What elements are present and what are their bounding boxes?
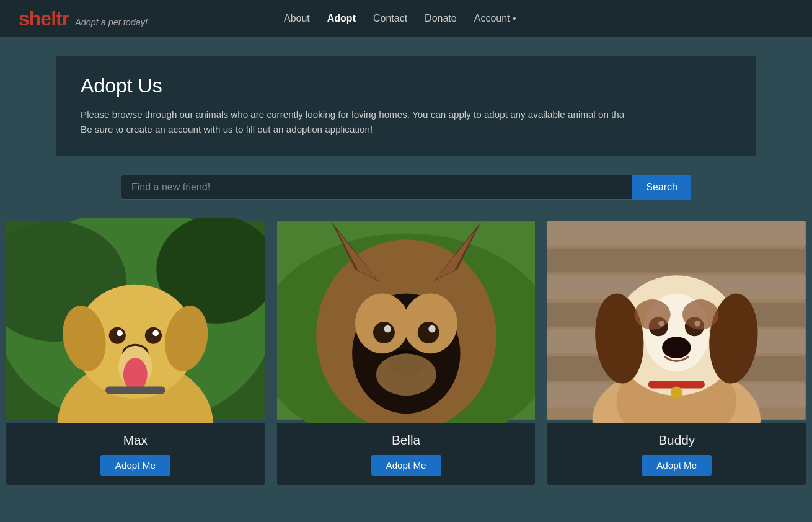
- account-label: Account: [474, 13, 510, 24]
- hero-desc-line2: Be sure to create an account with us to …: [81, 124, 373, 135]
- svg-point-10: [117, 330, 123, 336]
- hero-desc-line1: Please browse through our animals who ar…: [81, 109, 624, 120]
- pet-info-max: Max Adopt Me: [6, 423, 265, 485]
- hero-banner: Adopt Us Please browse through our anima…: [56, 56, 756, 156]
- nav-link-donate[interactable]: Donate: [425, 13, 457, 24]
- pet-image-max: [6, 218, 265, 423]
- svg-point-9: [145, 327, 162, 343]
- search-button[interactable]: Search: [632, 175, 691, 200]
- adopt-button-max[interactable]: Adopt Me: [100, 455, 170, 476]
- svg-rect-15: [105, 386, 165, 394]
- svg-point-51: [635, 299, 671, 329]
- pet-name-bella: Bella: [287, 433, 526, 448]
- pet-name-buddy: Buddy: [557, 433, 796, 448]
- brand-tagline: Adopt a pet today!: [75, 17, 148, 27]
- brand: sheltr Adopt a pet today!: [19, 7, 148, 30]
- pet-image-buddy: [547, 218, 806, 423]
- adopt-button-buddy[interactable]: Adopt Me: [642, 455, 712, 476]
- search-wrapper: Search: [121, 175, 691, 200]
- svg-point-50: [662, 337, 691, 358]
- brand-name[interactable]: sheltr: [19, 7, 69, 30]
- svg-point-27: [417, 322, 439, 343]
- pets-grid: Max Adopt Me: [0, 218, 812, 504]
- nav-item-adopt[interactable]: Adopt: [327, 13, 356, 24]
- svg-point-52: [682, 299, 718, 329]
- svg-point-54: [671, 386, 682, 398]
- nav-links: About Adopt Contact Donate Account ▾: [284, 13, 516, 24]
- search-input[interactable]: [121, 175, 632, 200]
- nav-item-about[interactable]: About: [284, 13, 310, 24]
- svg-point-28: [384, 325, 391, 332]
- nav-link-adopt[interactable]: Adopt: [327, 13, 356, 24]
- svg-point-29: [428, 325, 436, 332]
- svg-point-31: [376, 353, 436, 396]
- pet-info-buddy: Buddy Adopt Me: [547, 423, 806, 485]
- svg-point-11: [152, 330, 159, 336]
- svg-point-26: [373, 322, 395, 343]
- nav-link-about[interactable]: About: [284, 13, 310, 24]
- account-dropdown[interactable]: Account ▾: [474, 13, 516, 24]
- svg-point-14: [123, 358, 148, 391]
- hero-description: Please browse through our animals who ar…: [81, 107, 731, 138]
- nav-item-donate[interactable]: Donate: [425, 13, 457, 24]
- navbar: sheltr Adopt a pet today! About Adopt Co…: [0, 0, 812, 37]
- pet-info-bella: Bella Adopt Me: [277, 423, 536, 485]
- pet-card-buddy: Buddy Adopt Me: [547, 218, 806, 485]
- nav-item-contact[interactable]: Contact: [373, 13, 407, 24]
- nav-item-account[interactable]: Account ▾: [474, 13, 516, 24]
- nav-link-contact[interactable]: Contact: [373, 13, 407, 24]
- svg-rect-34: [547, 248, 806, 272]
- svg-rect-33: [547, 221, 806, 246]
- search-section: Search: [0, 175, 812, 200]
- pet-card-bella: Bella Adopt Me: [277, 218, 536, 485]
- pet-image-bella: [277, 218, 536, 423]
- pet-name-max: Max: [16, 433, 255, 448]
- svg-point-8: [109, 327, 126, 343]
- pet-card-max: Max Adopt Me: [6, 218, 265, 485]
- hero-title: Adopt Us: [81, 74, 731, 97]
- chevron-down-icon: ▾: [513, 15, 516, 23]
- adopt-button-bella[interactable]: Adopt Me: [371, 455, 441, 476]
